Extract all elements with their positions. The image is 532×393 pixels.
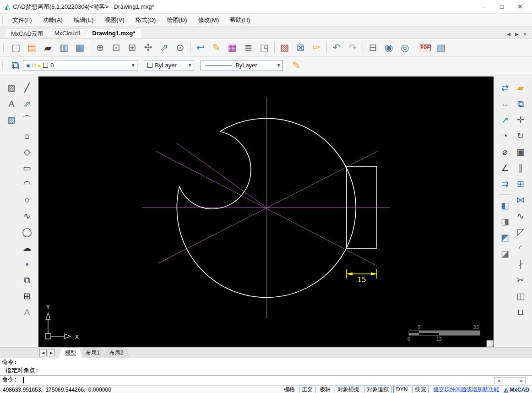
pan-button[interactable]: ✣ (140, 40, 156, 55)
dim-diameter-button[interactable]: ⌀ (498, 145, 512, 158)
draw-order-back-button[interactable]: ◨ (498, 214, 512, 228)
scrollbar-track[interactable] (502, 378, 518, 384)
minimize-button[interactable]: – (474, 0, 493, 13)
menu-function[interactable]: 功能(A) (38, 14, 68, 26)
layers-panel-icon[interactable]: ⧉ (11, 59, 19, 72)
scroll-left-icon[interactable]: ◀ (495, 379, 502, 383)
web-publish-button[interactable]: ◉ (381, 40, 397, 55)
zoom-center-button[interactable]: ⊙ (172, 40, 188, 55)
scroll-right-icon[interactable]: ▶ (518, 379, 525, 383)
menu-help[interactable]: 帮助(H) (224, 14, 255, 26)
redo-button[interactable]: ↷ (345, 40, 361, 55)
dimension-15[interactable]: 15 (347, 269, 377, 284)
spline-fit-button[interactable]: ∿ (514, 209, 527, 223)
rotate-button[interactable]: ↻ (514, 129, 527, 142)
draw-order-above-button[interactable]: ◩ (498, 230, 512, 244)
mirror-button[interactable]: ⋈ (514, 193, 527, 207)
chamfer-button[interactable]: ◸ (514, 225, 527, 239)
tab-scroll-left-button[interactable]: ◀ (505, 30, 513, 38)
inner-crescent-arc-large[interactable] (214, 131, 251, 209)
layout-scroll-right-button[interactable]: ▶ (48, 349, 55, 356)
sketch-button[interactable]: ✎ (208, 40, 224, 55)
construction-line-button[interactable]: ⇗ (20, 97, 34, 110)
text-button[interactable]: A (20, 305, 34, 319)
polyline-button[interactable]: ◇ (20, 145, 34, 158)
pdf-export-button[interactable]: PDF (417, 40, 433, 55)
polygon-button[interactable]: ⌂ (20, 129, 34, 142)
fillet-button[interactable]: ◜ (514, 241, 527, 255)
break-point-button[interactable]: ⊔ (514, 305, 527, 319)
open-folder-button[interactable]: ▰ (40, 40, 56, 55)
status-toggle-grid[interactable]: 栅格 (282, 386, 297, 393)
color-select[interactable]: ByLayer ▼ (144, 60, 194, 71)
status-toggle-dyn[interactable]: DYN (393, 386, 410, 393)
dim-aligned-button[interactable]: ↗ (498, 113, 512, 126)
offset-button[interactable]: ∥ (514, 161, 527, 175)
tab-close-button[interactable]: ✕ (521, 30, 529, 38)
command-input-line[interactable]: 命令: (0, 376, 532, 385)
tab-scroll-right-button[interactable]: ▶ (513, 30, 521, 38)
status-toggle-osnap[interactable]: 对象捕捉 (335, 386, 362, 393)
undo-button[interactable]: ↶ (329, 40, 345, 55)
lock-icon[interactable]: ⊓ (32, 62, 36, 69)
array-button[interactable]: ⊞ (514, 177, 527, 191)
block-insert-button[interactable]: ⊞ (20, 289, 34, 303)
dim-linear-button[interactable]: ↔ (498, 97, 512, 110)
tab-layout2[interactable]: 布局2 (103, 348, 130, 358)
tab-mxcad-cloud[interactable]: MxCAD云图 (4, 28, 50, 38)
new-file-button[interactable]: ▢ (8, 40, 24, 55)
insert-image-button[interactable]: ▨ (5, 81, 18, 94)
construction-lines[interactable] (142, 97, 390, 318)
construction-ray[interactable] (176, 143, 266, 207)
box-3d-button[interactable]: ◫ (514, 289, 527, 303)
status-toggle-ortho[interactable]: 正交 (299, 386, 315, 393)
rectangle-button[interactable]: ▭ (20, 161, 34, 175)
inner-crescent-arc-small[interactable] (179, 186, 214, 209)
spline-button[interactable]: ∿ (20, 209, 34, 223)
visibility-icon[interactable]: ◉ (26, 62, 30, 69)
print-button[interactable]: ⊟ (365, 40, 381, 55)
menu-view[interactable]: 视图(V) (99, 14, 130, 26)
draw-settings-icon[interactable]: ✎ (292, 60, 300, 71)
light-icon[interactable]: ● (38, 62, 41, 69)
linetype-manager-button[interactable]: ≣ (240, 40, 256, 55)
break-button[interactable]: ∤ (514, 257, 527, 271)
color-palette-button[interactable]: ▦ (224, 40, 240, 55)
chevron-down-icon[interactable]: ▼ (186, 63, 194, 68)
dim-radius-button[interactable]: ◔ (498, 129, 512, 142)
scale-button[interactable]: ▣ (514, 145, 527, 158)
layer-settings-button[interactable]: ▧ (277, 40, 293, 55)
dim-angular-button[interactable]: ∠ (498, 161, 512, 175)
status-toggle-polar[interactable]: 极轴 (317, 386, 333, 393)
canvas-resize-grip[interactable] (487, 340, 493, 347)
tab-model[interactable]: 模型 (59, 348, 82, 358)
status-toggle-otrack[interactable]: 对象追踪 (364, 386, 391, 393)
zoom-dynamic-button[interactable]: ⊕ (92, 40, 108, 55)
image-export-button[interactable]: ▨ (433, 40, 449, 55)
menu-file[interactable]: 文件(F) (7, 14, 38, 26)
linetype-select[interactable]: ByLayer ▼ (201, 60, 283, 71)
chevron-down-icon[interactable]: ▼ (275, 63, 282, 68)
tab-drawing1[interactable]: Drawing1.mxg* (85, 28, 141, 38)
feedback-link[interactable]: 提交软件问题或增加新功能 (433, 386, 499, 393)
quick-select-button[interactable]: ⊠ (293, 40, 309, 55)
tab-layout1[interactable]: 布局1 (79, 348, 106, 358)
menu-format[interactable]: 格式(O) (130, 14, 162, 26)
maximize-button[interactable]: □ (493, 0, 511, 13)
status-toggle-lineweight[interactable]: 线宽 (412, 386, 429, 393)
menu-draw[interactable]: 绘图(D) (161, 14, 192, 26)
view-previous-button[interactable]: ↩ (192, 40, 208, 55)
web-upload-button[interactable]: ◎ (397, 40, 413, 55)
trim-button[interactable]: ✂ (514, 273, 527, 287)
ellipse-button[interactable]: ◯ (20, 225, 34, 239)
draw-order-below-button[interactable]: ◪ (498, 246, 512, 260)
close-button[interactable]: ✕ (511, 0, 529, 13)
mtext-button[interactable]: A (5, 97, 18, 110)
command-scrollbar[interactable]: ◀ ▶ (494, 377, 526, 384)
save-button[interactable]: ▥ (56, 40, 72, 55)
circle-button[interactable]: ○ (20, 193, 34, 207)
chevron-down-icon[interactable]: ▼ (129, 63, 137, 68)
zoom-extents-button[interactable]: ⊞ (124, 40, 140, 55)
line-button[interactable]: ╱ (20, 81, 34, 94)
move-button[interactable]: ✛ (514, 113, 527, 126)
